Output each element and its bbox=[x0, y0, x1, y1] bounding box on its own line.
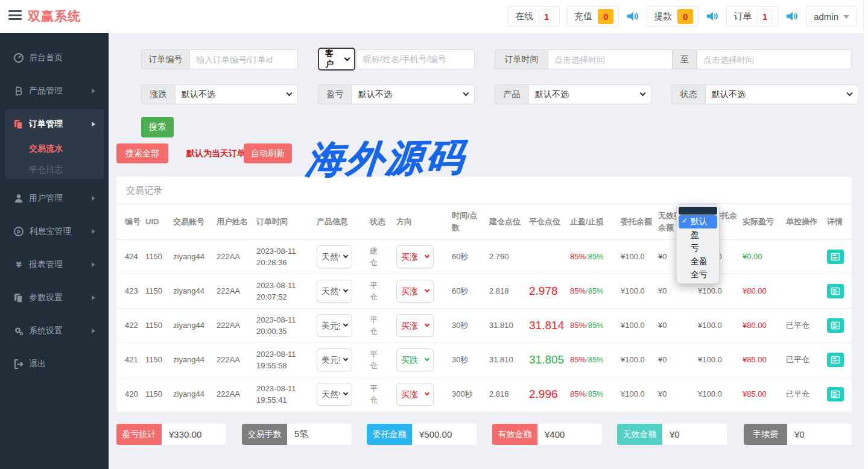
speaker-icon[interactable] bbox=[785, 10, 799, 22]
direction-select[interactable]: 买涨 bbox=[396, 314, 434, 337]
auto-refresh-button[interactable]: 自动刷新 bbox=[244, 143, 292, 163]
cell-account: ziyang44 bbox=[171, 377, 214, 412]
dropdown-option-all-lose[interactable]: 全亏 bbox=[679, 268, 717, 282]
speaker-icon[interactable] bbox=[706, 10, 719, 22]
cell-account: ziyang44 bbox=[171, 240, 214, 274]
profit-value: ¥85.00 bbox=[743, 389, 767, 398]
cell-status: 平仓 bbox=[367, 274, 394, 309]
product-info-select[interactable]: 美元指数 bbox=[317, 348, 352, 371]
cell-uid: 1150 bbox=[143, 240, 171, 274]
chevron-down-icon bbox=[425, 253, 429, 258]
records-table: 编号 UID 交易账号 用户姓名 订单时间 产品信息 状态 方向 时间/点数 建… bbox=[116, 204, 852, 412]
dropdown-option-lose[interactable]: 亏 bbox=[679, 242, 717, 255]
stat-online[interactable]: 在线 1 bbox=[508, 6, 560, 27]
time-from-input[interactable] bbox=[548, 49, 673, 69]
speaker-icon[interactable] bbox=[626, 10, 639, 22]
summary-fee: 手续费 ¥0 bbox=[744, 424, 852, 445]
cell-id: 421 bbox=[116, 343, 143, 377]
filter-customer: 客户 bbox=[318, 48, 475, 71]
sidebar-item-trade-flow[interactable]: 交易流水 bbox=[0, 140, 109, 158]
cell-tp-sl: 85%/85% bbox=[568, 309, 618, 343]
filter-rise-fall-label: 涨跌 bbox=[141, 84, 175, 104]
time-to-input[interactable] bbox=[697, 49, 852, 69]
product-info-select[interactable]: 美元指数 bbox=[317, 314, 352, 337]
dropdown-option-all-win[interactable]: 全盈 bbox=[679, 255, 717, 268]
product-info-select[interactable]: 天然气 bbox=[317, 280, 352, 303]
user-menu[interactable]: admin bbox=[806, 6, 857, 27]
direction-select[interactable]: 买涨 bbox=[396, 280, 434, 303]
cell-invalid-balance: ¥0 bbox=[656, 343, 695, 377]
chevron-down-icon bbox=[343, 391, 348, 395]
sidebar-item-users[interactable]: 用户管理 bbox=[0, 189, 109, 207]
sidebar-item-products[interactable]: 产品管理 bbox=[0, 82, 109, 100]
profit-loss-select[interactable]: 默认不选 bbox=[352, 84, 475, 104]
table-row: 4211150ziyang44222AA2023-08-11 19:55:58美… bbox=[116, 343, 852, 377]
summary-label: 交易手数 bbox=[242, 424, 287, 445]
sl-value: 85% bbox=[588, 389, 604, 398]
menu-toggle-icon[interactable] bbox=[8, 10, 22, 22]
customer-search-input[interactable] bbox=[356, 49, 475, 69]
sidebar-item-close-log[interactable]: 平仓日志 bbox=[0, 161, 109, 179]
summary-value: ¥0 bbox=[662, 424, 727, 445]
direction-select[interactable]: 买跌 bbox=[396, 348, 434, 371]
detail-button[interactable] bbox=[827, 250, 844, 264]
col-status: 状态 bbox=[367, 204, 394, 240]
sidebar-item-system[interactable]: 系统设置 bbox=[0, 322, 109, 340]
direction-select[interactable]: 买涨 bbox=[396, 383, 434, 406]
col-id: 编号 bbox=[116, 204, 143, 240]
dropdown-option-win[interactable]: 盈 bbox=[679, 228, 717, 242]
sidebar-item-logout[interactable]: 退出 bbox=[0, 355, 109, 373]
status-text: 平仓 bbox=[370, 348, 379, 372]
product-select[interactable]: 默认不选 bbox=[528, 84, 651, 104]
search-button[interactable]: 搜索 bbox=[141, 117, 174, 137]
cell-profit: ¥0.00 bbox=[740, 240, 784, 274]
direction-select[interactable]: 买涨 bbox=[396, 245, 434, 268]
product-info-value: 天然气 bbox=[322, 251, 340, 263]
stat-withdraw[interactable]: 提款 0 bbox=[647, 6, 699, 27]
search-all-button[interactable]: 搜索全部 bbox=[116, 143, 168, 163]
chevron-down-icon bbox=[343, 253, 348, 258]
product-info-select[interactable]: 天然气 bbox=[317, 245, 352, 268]
sidebar-item-orders[interactable]: 订单管理 bbox=[0, 115, 109, 133]
status-select[interactable]: 默认不选 bbox=[705, 84, 858, 104]
col-period: 时间/点数 bbox=[449, 204, 487, 240]
tp-value: 85% bbox=[570, 286, 586, 295]
detail-button[interactable] bbox=[827, 284, 844, 298]
control-dropdown-popup: 默认 盈 亏 全盈 全亏 bbox=[676, 204, 720, 284]
customer-type-select[interactable]: 客户 bbox=[318, 48, 355, 71]
page-scrollbar[interactable] bbox=[863, 0, 868, 469]
sidebar-item-dashboard[interactable]: 后台首页 bbox=[0, 49, 109, 67]
detail-button[interactable] bbox=[827, 353, 844, 367]
filter-order-time-label: 订单时间 bbox=[495, 49, 548, 69]
cell-name: 222AA bbox=[214, 377, 254, 412]
sidebar-item-params[interactable]: 参数设置 bbox=[0, 289, 109, 307]
control-select-collapsed[interactable] bbox=[679, 207, 717, 215]
logout-icon bbox=[13, 359, 24, 370]
product-info-value: 天然气 bbox=[322, 285, 340, 298]
product-info-select[interactable]: 天然气 bbox=[317, 383, 352, 406]
stat-recharge[interactable]: 充值 0 bbox=[567, 6, 619, 27]
cell-account: ziyang44 bbox=[171, 343, 214, 377]
table-row: 4231150ziyang44222AA2023-08-11 20:07:52天… bbox=[116, 274, 852, 309]
detail-button[interactable] bbox=[827, 318, 844, 333]
main-content: 订单编号 客户 订单时间 至 涨跌 默认不选 盈亏 bbox=[109, 33, 868, 469]
col-name: 用户姓名 bbox=[214, 204, 254, 240]
cell-control bbox=[784, 274, 825, 309]
rise-fall-select[interactable]: 默认不选 bbox=[175, 84, 298, 104]
chevron-down-icon bbox=[344, 55, 350, 61]
summary-label: 有效金额 bbox=[492, 424, 537, 445]
cell-balance: ¥100.0 bbox=[618, 240, 656, 274]
cell-detail bbox=[825, 274, 852, 309]
sidebar-item-reports[interactable]: ¥ 报表管理 bbox=[0, 256, 109, 274]
close-point-value: 31.814 bbox=[529, 319, 564, 332]
cell-profit: ¥85.00 bbox=[740, 343, 784, 377]
order-no-input[interactable] bbox=[189, 49, 298, 69]
cell-uid: 1150 bbox=[143, 343, 171, 377]
stat-orders[interactable]: 订单 1 bbox=[726, 6, 778, 27]
cell-tp-sl: 85%/85% bbox=[568, 274, 618, 309]
dropdown-option-default[interactable]: 默认 bbox=[679, 215, 717, 228]
detail-button[interactable] bbox=[827, 387, 844, 401]
chevron-down-icon bbox=[287, 90, 293, 96]
cell-profit: ¥80.00 bbox=[740, 309, 784, 343]
sidebar-item-interest[interactable]: P 利息宝管理 bbox=[0, 222, 109, 241]
